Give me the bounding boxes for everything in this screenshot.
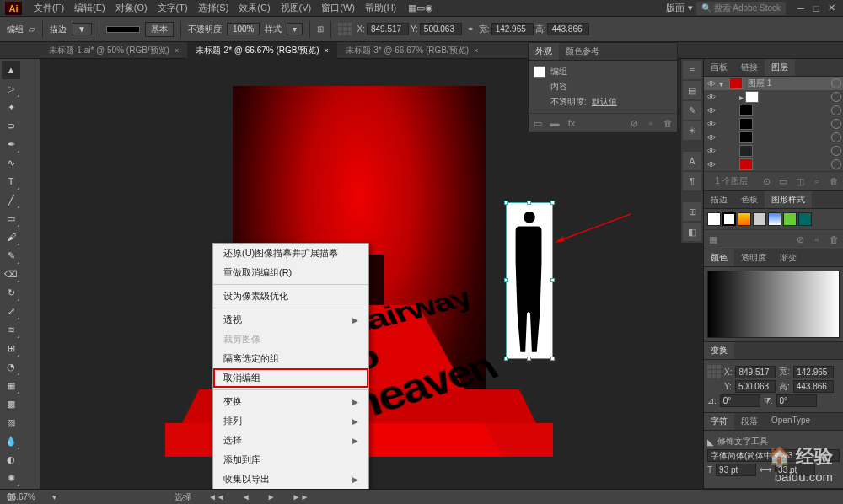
align-icon[interactable]: ⊞ (317, 24, 324, 34)
shaper-tool[interactable]: ✎ (2, 246, 20, 265)
rectangle-tool[interactable]: ▭ (2, 209, 20, 228)
font-size-input[interactable] (716, 464, 756, 476)
x-input[interactable] (367, 23, 409, 35)
libraries-dock-icon[interactable]: ▤ (683, 81, 701, 99)
chevron-down-icon[interactable]: ▾ (52, 492, 56, 501)
color-guide-tab[interactable]: 颜色参考 (559, 43, 606, 60)
new-sublayer-icon[interactable]: ◫ (793, 174, 807, 188)
menu-select[interactable]: 选择(S) (193, 2, 234, 14)
menu-edit[interactable]: 编辑(E) (69, 2, 110, 14)
h-input[interactable] (547, 23, 589, 35)
appearance-opacity-value[interactable]: 默认值 (592, 96, 617, 108)
layer-row[interactable]: 👁 (704, 117, 843, 131)
para-dock-icon[interactable]: ¶ (683, 172, 701, 190)
brush-def[interactable]: 基本 (145, 22, 174, 37)
expand-icon[interactable]: ▸ (739, 93, 744, 102)
menu-window[interactable]: 窗口(W) (316, 2, 360, 14)
no-fill-icon[interactable]: ▱ (29, 24, 35, 34)
visibility-icon[interactable]: 👁 (706, 79, 717, 88)
style-dropdown[interactable]: ▾ (287, 23, 303, 35)
y-input[interactable] (420, 23, 462, 35)
menu-view[interactable]: 视图(V) (276, 2, 317, 14)
symbol-sprayer-tool[interactable]: ✺ (2, 469, 20, 487)
layers-tab[interactable]: 图层 (765, 59, 795, 76)
search-stock-input[interactable]: 🔍 搜索 Adobe Stock (696, 2, 786, 15)
stroke-tab[interactable]: 描边 (704, 191, 734, 208)
ctx-arrange[interactable]: 排列▶ (213, 411, 368, 431)
w-input[interactable] (491, 23, 534, 35)
doc-tab-2[interactable]: 未标题-2* @ 66.67% (RGB/预览)× (187, 42, 337, 59)
nav-prev-icon[interactable]: ◄ (242, 492, 250, 501)
arrange-icon[interactable]: ▭ (416, 3, 425, 13)
ctx-isolate[interactable]: 隔离选定的组 (213, 349, 368, 368)
style-swatch[interactable] (707, 212, 721, 226)
tf-shear-input[interactable] (776, 394, 817, 407)
nav-last-icon[interactable]: ►► (293, 492, 309, 501)
break-link-icon[interactable]: ⊘ (793, 233, 807, 246)
opentype-tab[interactable]: OpenType (765, 413, 817, 430)
selected-object[interactable] (506, 202, 553, 359)
lasso-tool[interactable]: ⊃ (2, 116, 20, 135)
stroke-weight-input[interactable]: ▼ (72, 23, 92, 35)
make-clip-icon[interactable]: ▭ (776, 174, 790, 188)
gradient-tab[interactable]: 渐变 (773, 249, 803, 266)
add-stroke-icon[interactable]: ▭ (531, 116, 545, 130)
swatches-tab[interactable]: 色板 (734, 191, 765, 208)
font-family-input[interactable] (707, 449, 840, 462)
menu-object[interactable]: 对象(O) (110, 2, 153, 14)
layer-row[interactable]: 👁▸ (704, 90, 843, 104)
gpu-icon[interactable]: ◉ (425, 3, 433, 13)
ctx-ungroup[interactable]: 取消编组 (213, 368, 368, 388)
add-fill-icon[interactable]: ▬ (548, 116, 561, 130)
graphic-styles-tab[interactable]: 图形样式 (765, 191, 812, 208)
type-tool[interactable]: T (2, 172, 20, 190)
new-style-icon[interactable]: ▫ (810, 233, 824, 246)
mesh-tool[interactable]: ▩ (2, 394, 20, 413)
pathfinder-dock-icon[interactable]: ◧ (683, 223, 701, 241)
ctx-redo[interactable]: 重做取消编组(R) (213, 263, 368, 282)
color-tab[interactable]: 颜色 (704, 249, 734, 266)
ctx-undo[interactable]: 还原(U)图像描摹并扩展描摹 (213, 244, 368, 263)
links-tab[interactable]: 链接 (734, 59, 765, 76)
paintbrush-tool[interactable]: 🖌 (2, 228, 20, 246)
close-icon[interactable]: × (175, 46, 179, 55)
style-swatch[interactable] (798, 212, 812, 226)
shape-builder-tool[interactable]: ◔ (2, 357, 20, 376)
column-graph-tool[interactable]: ▥ (2, 487, 20, 504)
trash-icon[interactable]: 🗑 (661, 116, 674, 130)
symbols-dock-icon[interactable]: ☀ (683, 121, 701, 140)
ref-point[interactable] (338, 23, 352, 36)
layer-row[interactable]: 👁 (704, 131, 843, 144)
add-effect-icon[interactable]: fx (565, 116, 578, 130)
locate-icon[interactable]: ⊙ (760, 174, 773, 188)
target-icon[interactable] (831, 78, 841, 88)
leading-input[interactable] (775, 464, 815, 476)
tf-angle-input[interactable] (720, 394, 760, 407)
chevron-down-icon[interactable]: ▾ (688, 3, 693, 13)
eyedropper-tool[interactable]: 💧 (2, 432, 20, 450)
eraser-tool[interactable]: ⌫ (2, 265, 20, 283)
close-icon[interactable]: × (325, 46, 329, 55)
link-icon[interactable]: ⚭ (467, 24, 474, 34)
ctx-pixel-perfect[interactable]: 设为像素级优化 (213, 287, 368, 306)
close-icon[interactable]: × (474, 46, 478, 55)
free-transform-tool[interactable]: ⊞ (2, 339, 20, 357)
duplicate-icon[interactable]: ▫ (644, 116, 658, 130)
tf-x-input[interactable] (735, 366, 776, 378)
ctx-transform[interactable]: 变换▶ (213, 392, 368, 411)
paragraph-tab[interactable]: 段落 (734, 413, 765, 430)
menu-effect[interactable]: 效果(C) (234, 2, 275, 14)
blend-tool[interactable]: ◐ (2, 450, 20, 469)
rotate-tool[interactable]: ↻ (2, 283, 20, 302)
color-spectrum[interactable] (707, 271, 840, 338)
tf-y-input[interactable] (735, 380, 776, 393)
delete-layer-icon[interactable]: 🗑 (827, 174, 840, 188)
selection-tool[interactable]: ▲ (2, 61, 20, 79)
direct-selection-tool[interactable]: ▷ (2, 79, 20, 98)
magic-wand-tool[interactable]: ✦ (2, 98, 20, 116)
tf-h-input[interactable] (793, 380, 834, 393)
stroke-profile[interactable] (106, 26, 140, 33)
character-tab[interactable]: 字符 (704, 413, 734, 430)
appearance-tab[interactable]: 外观 (529, 43, 559, 60)
properties-dock-icon[interactable]: ≡ (683, 61, 701, 79)
